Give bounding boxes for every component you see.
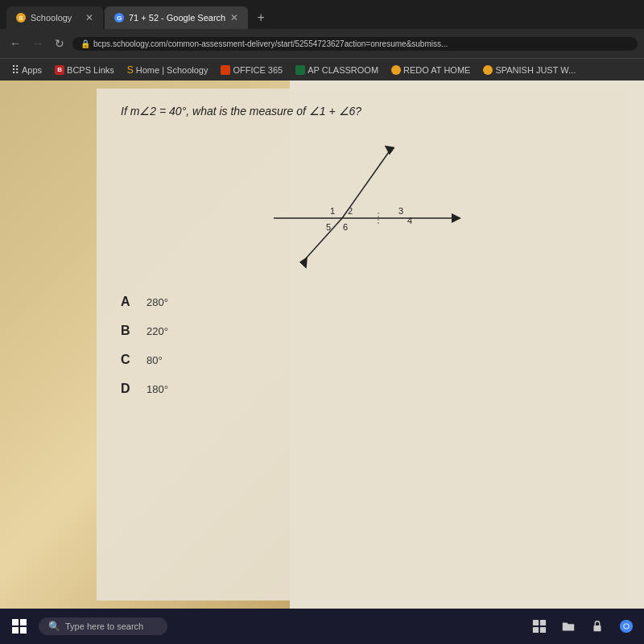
bookmark-office365[interactable]: OFFICE 365 (216, 64, 287, 76)
angle-label-5: 5 (326, 222, 331, 232)
choice-d[interactable]: D 180° (121, 382, 604, 396)
angle-label-6: 6 (343, 222, 348, 232)
redo-icon (391, 65, 401, 75)
bookmark-spanish-label: SPANISH JUST W... (495, 65, 576, 75)
taskbar: 🔍 Type here to search (0, 609, 644, 644)
choice-d-value: 180° (147, 383, 168, 395)
schoology-favicon: S (16, 13, 26, 23)
bookmark-home-schoology[interactable]: S Home | Schoology (122, 63, 213, 77)
refresh-button[interactable]: ↻ (52, 35, 68, 52)
tab-bar: S Schoology ✕ G 71 + 52 - Google Search … (0, 0, 644, 29)
bookmark-apps[interactable]: ⠿ Apps (6, 62, 47, 78)
office-icon (221, 65, 230, 75)
question-area: If m∠2 = 40°, what is the measure of ∠1 … (97, 89, 628, 601)
chrome-button[interactable] (615, 615, 638, 638)
tab-google[interactable]: G 71 + 52 - Google Search ✕ (105, 6, 248, 29)
choice-c-letter: C (121, 353, 137, 367)
task-view-button[interactable] (528, 615, 551, 638)
bookmark-ap-label: AP CLASSROOM (308, 65, 378, 75)
svg-point-15 (624, 624, 628, 628)
bookmarks-bar: ⠿ Apps B BCPS Links S Home | Schoology O… (0, 58, 644, 80)
choice-a-value: 280° (147, 296, 168, 308)
bookmark-apps-label: Apps (22, 65, 42, 75)
bookmark-spanish[interactable]: SPANISH JUST W... (478, 64, 580, 76)
svg-rect-4 (12, 619, 19, 625)
tab-schoology-label: Schoology (31, 13, 72, 23)
start-button[interactable] (6, 613, 32, 639)
url-input[interactable]: 🔒 bcps.schoology.com/common-assessment-d… (72, 37, 638, 51)
url-text: bcps.schoology.com/common-assessment-del… (93, 39, 448, 48)
angle-label-4: 4 (407, 216, 412, 225)
lock-screen-button[interactable] (586, 615, 609, 638)
ap-icon (295, 65, 305, 75)
choice-b-letter: B (121, 324, 137, 338)
file-explorer-button[interactable] (557, 615, 580, 638)
page-content: If m∠2 = 40°, what is the measure of ∠1 … (0, 80, 644, 609)
choice-b[interactable]: B 220° (121, 324, 604, 338)
svg-rect-8 (533, 620, 539, 625)
svg-rect-11 (540, 627, 546, 633)
bookmark-home-label: Home | Schoology (136, 65, 208, 75)
choice-d-letter: D (121, 382, 137, 396)
browser-chrome: S Schoology ✕ G 71 + 52 - Google Search … (0, 0, 644, 80)
screen-bezel: S Schoology ✕ G 71 + 52 - Google Search … (0, 0, 644, 644)
taskbar-search-box[interactable]: 🔍 Type here to search (39, 617, 167, 635)
bookmark-redo-label: REDO AT HOME (403, 65, 470, 75)
question-text: If m∠2 = 40°, what is the measure of ∠1 … (121, 105, 604, 118)
taskbar-icons (528, 615, 638, 638)
angle-label-1: 1 (330, 206, 335, 216)
bookmark-office-label: OFFICE 365 (233, 65, 283, 75)
svg-line-2 (306, 218, 342, 258)
address-bar: ← → ↻ 🔒 bcps.schoology.com/common-assess… (0, 29, 644, 58)
choice-a[interactable]: A 280° (121, 295, 604, 309)
diagram-svg: 1 2 3 4 5 6 (250, 134, 475, 279)
tab-schoology[interactable]: S Schoology ✕ (6, 6, 103, 29)
tab-google-close[interactable]: ✕ (230, 12, 238, 23)
google-favicon: G (114, 13, 124, 23)
apps-icon: ⠿ (11, 64, 19, 76)
lock-icon: 🔒 (80, 39, 90, 48)
home-schoology-icon: S (127, 64, 134, 76)
svg-rect-5 (20, 619, 27, 625)
forward-button[interactable]: → (29, 35, 47, 52)
taskbar-search-placeholder: Type here to search (65, 621, 143, 631)
taskbar-search-icon: 🔍 (48, 621, 60, 632)
geometry-diagram: 1 2 3 4 5 6 (250, 134, 475, 279)
bookmark-redo-home[interactable]: REDO AT HOME (386, 64, 475, 76)
tab-schoology-close[interactable]: ✕ (85, 12, 93, 23)
svg-rect-10 (533, 627, 539, 633)
back-button[interactable]: ← (6, 35, 24, 52)
svg-rect-9 (540, 620, 546, 625)
choice-b-value: 220° (147, 325, 168, 337)
bcps-icon: B (55, 65, 64, 75)
answer-choices: A 280° B 220° C 80° D 180° (121, 295, 604, 396)
choice-a-letter: A (121, 295, 137, 309)
svg-rect-6 (12, 627, 19, 634)
angle-label-2: 2 (348, 206, 353, 216)
bookmark-bcps[interactable]: B BCPS Links (50, 64, 119, 76)
spanish-icon (483, 65, 493, 75)
tab-google-label: 71 + 52 - Google Search (129, 13, 225, 23)
angle-label-3: 3 (398, 206, 403, 216)
new-tab-button[interactable]: + (250, 6, 272, 29)
choice-c[interactable]: C 80° (121, 353, 604, 367)
choice-c-value: 80° (147, 354, 163, 366)
bookmark-ap-classroom[interactable]: AP CLASSROOM (291, 64, 383, 76)
svg-rect-12 (594, 625, 601, 631)
svg-rect-7 (20, 627, 27, 634)
bookmark-bcps-label: BCPS Links (67, 65, 114, 75)
